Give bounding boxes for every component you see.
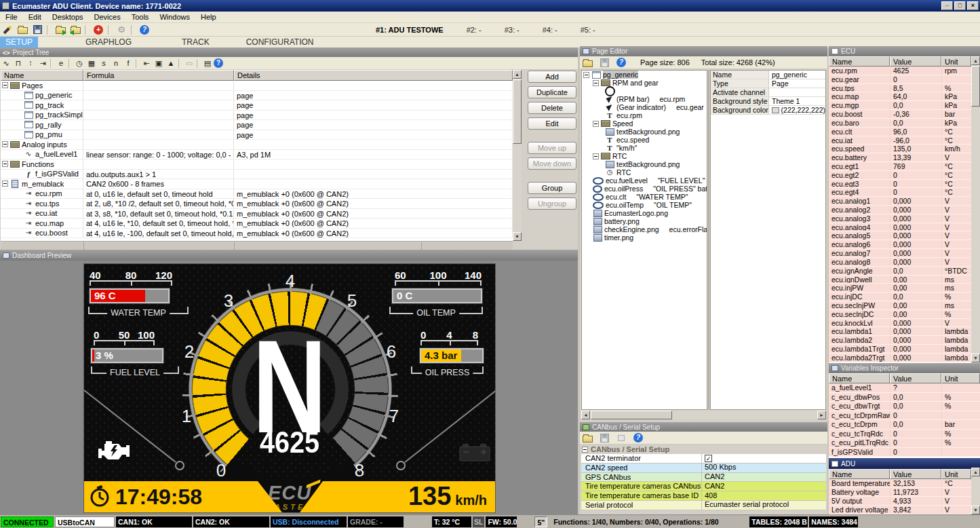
pencil-icon[interactable] — [1, 24, 14, 36]
channel-row[interactable]: ecu.baro 0,0 kPa — [829, 119, 971, 128]
column-header-name[interactable]: Name — [829, 469, 890, 479]
table-row[interactable]: pg_trackSimple page — [1, 111, 513, 121]
channel-row[interactable]: ecu.lambda2Trgt 0,000 lambda — [829, 354, 971, 362]
table-row[interactable]: pg_pmu page — [1, 130, 513, 140]
channel-row[interactable]: ecu.analog1 0,000 V — [829, 197, 971, 206]
scroll-up-icon[interactable]: ▲ — [971, 468, 980, 476]
page-tree-item[interactable]: Speed — [582, 119, 707, 128]
setting-value[interactable]: 500 Kbps — [705, 463, 736, 472]
canbus-frame-icon[interactable] — [24, 58, 37, 69]
setting-value[interactable]: CAN2 — [705, 482, 724, 491]
tree-expander-icon[interactable] — [593, 153, 599, 159]
horizontal-scrollbar[interactable]: ◄ ► — [581, 411, 826, 419]
setting-row[interactable]: CAN2 speed 500 Kbps — [581, 464, 826, 473]
channel-row[interactable]: ecu.analog2 0,000 V — [829, 206, 971, 214]
column-header-details[interactable]: Details — [234, 70, 513, 81]
action-button[interactable]: Move down — [528, 157, 576, 170]
scroll-thumb[interactable] — [971, 66, 980, 107]
text-object-icon[interactable] — [201, 58, 214, 69]
separator[interactable] — [68, 59, 72, 68]
scroll-thumb[interactable] — [591, 411, 672, 419]
channel-row[interactable]: ecu.egt3 0 °C — [829, 180, 971, 189]
alarm-icon[interactable] — [165, 58, 177, 69]
page-tree-item[interactable]: (Gear indicator) ecu.gear — [582, 103, 707, 111]
action-button[interactable]: Edit — [528, 117, 576, 130]
page-tree-item[interactable]: ecu.rpm — [582, 111, 707, 119]
desktop-tab[interactable]: #4: - — [543, 26, 557, 34]
tree-expander-icon[interactable] — [2, 181, 8, 187]
table-row[interactable]: ecu.iat at 3, s8, *10, default set 0, ti… — [1, 209, 513, 219]
channel-row[interactable]: ecu.analog6 0,000 V — [829, 240, 971, 249]
variable-row[interactable]: c_ecu_dbwPos 0,0 % — [829, 393, 980, 402]
page-tree-item[interactable]: ecu.oilPress "OIL PRESS" battery — [582, 185, 707, 193]
tab[interactable]: CONFIGURATION — [241, 37, 319, 48]
channel-row[interactable]: ecu.tps 8,5 % — [829, 84, 971, 93]
variable-row[interactable]: f_isGPSValid 0 — [829, 448, 980, 457]
variable-row[interactable]: a_fuelLevel1 ? — [829, 383, 980, 393]
vertical-scrollbar[interactable]: ▲ ▼ — [971, 468, 980, 514]
scroll-down-icon[interactable]: ▼ — [971, 506, 980, 514]
property-value[interactable]: Page — [772, 79, 789, 88]
page-tree-item[interactable]: RTC — [582, 152, 707, 160]
column-header-unit[interactable]: Unit — [941, 56, 971, 67]
help-icon[interactable]: ? — [138, 24, 151, 36]
setting-value[interactable]: Ecumaster serial protocol — [705, 500, 789, 510]
action-button[interactable]: Add — [528, 71, 576, 83]
setting-value[interactable]: CAN2 — [705, 472, 724, 482]
tab[interactable]: SETUP — [0, 37, 38, 48]
scroll-down-icon[interactable]: ▼ — [513, 232, 522, 241]
channel-row[interactable]: ecu.boost -0,36 bar — [829, 110, 971, 119]
channel-row[interactable]: ecu.analog5 0,000 V — [829, 231, 971, 240]
channel-row[interactable]: ecu.mgp 0,0 kPa — [829, 101, 971, 110]
channel-row[interactable]: ecu.lambda2 0,000 lambda — [829, 336, 971, 345]
action-button[interactable]: Group — [528, 182, 576, 194]
column-header-name[interactable]: Name — [829, 373, 890, 383]
variable-row[interactable]: c_ecu_dbwTrgt 0,0 % — [829, 402, 980, 411]
scroll-right-icon[interactable]: ► — [817, 411, 826, 419]
scroll-left-icon[interactable]: ◄ — [581, 411, 590, 419]
column-header-value[interactable]: Value — [890, 56, 941, 67]
page-tree-item[interactable]: RTC — [582, 168, 707, 176]
scroll-up-icon[interactable]: ▲ — [513, 70, 522, 79]
menu-item[interactable]: Help — [195, 12, 222, 22]
property-value[interactable]: (222,222,222) — [781, 106, 825, 114]
page-tree-item[interactable]: (RPM bar) ecu.rpm — [582, 95, 707, 103]
property-row[interactable]: Name pg_generic — [711, 71, 825, 79]
color-swatch[interactable] — [772, 107, 779, 113]
setting-value[interactable]: 408 — [705, 491, 717, 501]
property-value[interactable]: pg_generic — [772, 71, 807, 79]
canbus-input-icon[interactable] — [37, 58, 49, 69]
channel-row[interactable]: ecu.rpm 4625 rpm — [829, 67, 971, 75]
save-icon[interactable] — [597, 56, 611, 69]
channel-row[interactable]: ecu.secInjPW 0,00 ms — [829, 301, 971, 310]
menu-item[interactable]: Devices — [89, 12, 126, 22]
tree-expander-icon[interactable] — [2, 141, 8, 147]
property-row[interactable]: Activate channel — [711, 88, 825, 97]
page-tree-item[interactable]: ecu.oilTemp "OIL TEMP" — [582, 201, 707, 209]
table-row[interactable]: ecu.rpm at 0, u16 le, default set 0, tim… — [1, 189, 513, 200]
analog-input-icon[interactable] — [0, 58, 12, 69]
channel-row[interactable]: ecu.analog7 0,000 V — [829, 249, 971, 258]
channel-row[interactable]: ecu.clt 96,0 °C — [829, 128, 971, 136]
tree-expander-icon[interactable] — [593, 121, 599, 127]
scroll-down-icon[interactable]: ▼ — [971, 354, 980, 362]
channel-row[interactable]: ecu.speed 135,0 km/h — [829, 145, 971, 153]
variable-row[interactable]: c_ecu_tcTrqRdc 0 % — [829, 430, 980, 439]
page-tree-item[interactable]: RPM and gear — [582, 79, 707, 87]
save-icon[interactable] — [597, 432, 611, 444]
channel-row[interactable]: ecu.lambda1Trgt 0,000 lambda — [829, 345, 971, 354]
action-button[interactable]: Ungroup — [528, 197, 576, 210]
table-row[interactable]: Pages — [1, 81, 513, 91]
page-tree-item[interactable]: ecu.clt "WATER TEMP" — [582, 193, 707, 201]
tree-expander-icon[interactable] — [2, 161, 8, 167]
menu-item[interactable]: Desktops — [47, 12, 89, 22]
page-tree-item[interactable]: timer.png — [582, 233, 707, 242]
scroll-thumb[interactable] — [513, 79, 522, 144]
property-row[interactable]: Background color (222,222,222) — [711, 106, 825, 115]
desktop-tab[interactable]: #5: - — [581, 26, 595, 34]
page-tree-item[interactable]: pg_generic — [582, 71, 707, 79]
vertical-scrollbar[interactable]: ▲ ▼ — [971, 56, 980, 362]
adu-row[interactable]: Board temperature 32,153 °C — [829, 479, 971, 488]
table-row[interactable]: ecu.tps at 2, u8, *10 /2, default set 0,… — [1, 199, 513, 209]
separator[interactable] — [50, 59, 54, 68]
